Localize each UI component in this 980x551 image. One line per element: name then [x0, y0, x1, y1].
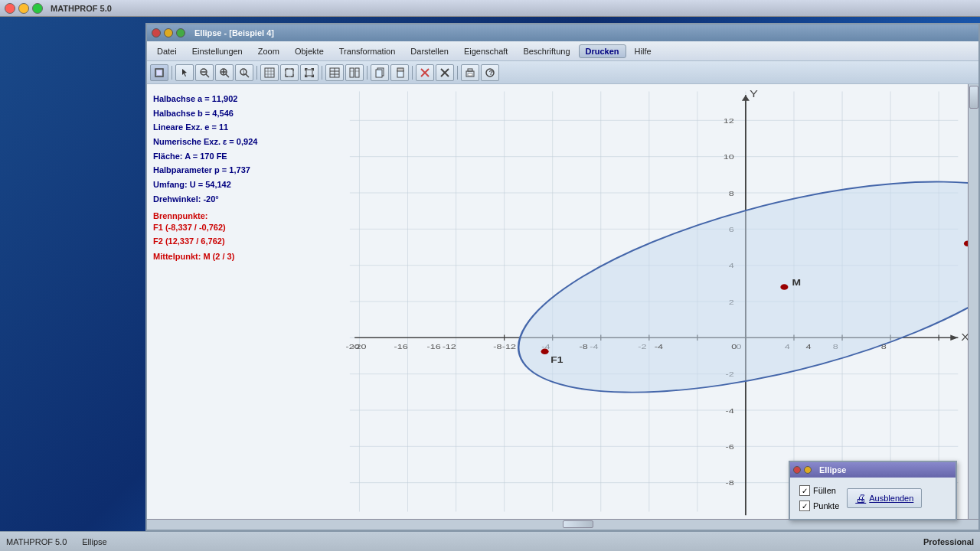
- menu-einstellungen[interactable]: Einstellungen: [185, 44, 250, 58]
- menu-datei[interactable]: Datei: [150, 44, 184, 58]
- graph-svg: X Y -20 -16 -12 -8 -4 0 4 8 -4 -2 12: [147, 84, 968, 519]
- menu-transformation[interactable]: Transformation: [332, 44, 403, 58]
- svg-text:?: ?: [489, 69, 494, 77]
- svg-text:-8: -8: [726, 479, 734, 487]
- menu-bar: Datei Einstellungen Zoom Objekte Transfo…: [147, 41, 978, 61]
- toolbar-btn-help[interactable]: ?: [481, 64, 499, 81]
- toolbar-btn-zoom-out[interactable]: [195, 64, 214, 81]
- svg-rect-24: [355, 68, 359, 77]
- svg-text:12: 12: [724, 117, 734, 125]
- svg-text:10: 10: [724, 153, 734, 161]
- toolbar-btn-close-x1[interactable]: [416, 64, 434, 81]
- menu-hilfe[interactable]: Hilfe: [628, 44, 658, 58]
- svg-text:-8: -8: [579, 343, 587, 350]
- svg-text:M: M: [792, 279, 801, 288]
- inner-close-button[interactable]: [152, 28, 161, 37]
- toolbar-btn-pointer[interactable]: [175, 64, 194, 81]
- svg-text:-16: -16: [394, 343, 408, 350]
- inner-min-button[interactable]: [164, 28, 173, 37]
- bottom-scroll-thumb[interactable]: [563, 520, 593, 528]
- menu-eigenschaft[interactable]: Eigenschaft: [457, 44, 514, 58]
- svg-text:-4: -4: [726, 406, 734, 414]
- inner-window-title: Ellipse - [Beispiel 4]: [194, 28, 274, 37]
- status-bar: MATHPROF 5.0 Ellipse Professional: [0, 531, 980, 551]
- inner-max-button[interactable]: [176, 28, 185, 37]
- dialog-content: ✓ Füllen ✓ Punkte 🖨 Ausblenden: [790, 478, 956, 519]
- toolbar-btn-expand[interactable]: [300, 64, 318, 81]
- toolbar-btn-table2[interactable]: [345, 64, 364, 81]
- dialog-min-button[interactable]: [804, 466, 812, 474]
- punkte-checkbox[interactable]: ✓: [799, 500, 810, 511]
- toolbar-btn-fit[interactable]: [280, 64, 299, 81]
- svg-rect-30: [397, 68, 403, 71]
- ausblenden-button[interactable]: 🖨 Ausblenden: [847, 488, 922, 508]
- svg-rect-37: [468, 73, 472, 76]
- outer-window-title: MATHPROF 5.0: [51, 4, 112, 13]
- toolbar-sep-4: [367, 66, 368, 80]
- svg-rect-1: [157, 70, 162, 75]
- toolbar-sep-1: [172, 66, 172, 80]
- svg-rect-12: [265, 68, 274, 77]
- menu-beschriftung[interactable]: Beschriftung: [516, 44, 577, 58]
- svg-line-8: [226, 74, 229, 77]
- menu-darstellen[interactable]: Darstellen: [403, 44, 456, 58]
- svg-line-4: [206, 74, 209, 77]
- svg-text:8: 8: [729, 189, 734, 197]
- inner-titlebar: Ellipse - [Beispiel 4]: [147, 24, 978, 41]
- toolbar-btn-zoom-reset[interactable]: 1: [235, 64, 253, 81]
- toolbar-btn-close-x2[interactable]: [436, 64, 454, 81]
- outer-close-button[interactable]: [5, 3, 15, 14]
- menu-drucken[interactable]: Drucken: [579, 44, 626, 58]
- menu-zoom[interactable]: Zoom: [251, 44, 286, 58]
- fuellen-label: Füllen: [813, 486, 836, 495]
- ausblenden-label: Ausblenden: [869, 494, 913, 503]
- svg-text:1: 1: [243, 70, 246, 75]
- toolbar-btn-zoom-in[interactable]: [215, 64, 234, 81]
- toolbar-sep-3: [322, 66, 322, 80]
- toolbar-btn-table[interactable]: [325, 64, 344, 81]
- punkte-label: Punkte: [813, 501, 839, 510]
- menu-objekte[interactable]: Objekte: [288, 44, 331, 58]
- svg-point-104: [541, 349, 549, 355]
- toolbar-btn-print[interactable]: [461, 64, 479, 81]
- svg-line-11: [246, 74, 249, 77]
- right-scrollbar[interactable]: [968, 84, 978, 519]
- main-window: Ellipse - [Beispiel 4] Datei Einstellung…: [145, 23, 980, 531]
- svg-rect-23: [350, 68, 354, 77]
- svg-rect-36: [468, 69, 472, 71]
- right-scrollbar-thumb[interactable]: [969, 86, 978, 109]
- svg-text:4: 4: [805, 343, 811, 350]
- graph-area[interactable]: Halbachse a = 11,902 Halbachse b = 4,546…: [147, 84, 968, 519]
- svg-text:-12: -12: [502, 343, 516, 350]
- svg-text:-16: -16: [426, 343, 440, 350]
- svg-point-102: [780, 284, 788, 290]
- ellipse-dialog: Ellipse ✓ Füllen ✓ Punkte 🖨 Ausblenden: [789, 461, 957, 520]
- dialog-close-button[interactable]: [793, 466, 801, 474]
- hide-icon: 🖨: [855, 492, 866, 504]
- svg-text:X: X: [961, 332, 968, 343]
- toolbar-sep-2: [256, 66, 257, 80]
- svg-text:F1: F1: [550, 356, 563, 365]
- toolbar-sep-5: [412, 66, 413, 80]
- svg-text:Y: Y: [750, 89, 758, 99]
- punkte-row: ✓ Punkte: [799, 500, 839, 511]
- svg-text:-6: -6: [726, 443, 734, 451]
- svg-rect-28: [376, 70, 382, 77]
- toolbar: 1: [147, 61, 978, 84]
- toolbar-btn-copy[interactable]: [371, 64, 389, 81]
- bottom-scrollbar[interactable]: [147, 519, 978, 530]
- toolbar-btn-grid[interactable]: [260, 64, 279, 81]
- toolbar-btn-paste[interactable]: [390, 64, 409, 81]
- svg-text:8: 8: [881, 343, 887, 350]
- content-area: Halbachse a = 11,902 Halbachse b = 4,546…: [147, 84, 978, 519]
- outer-max-button[interactable]: [32, 3, 43, 14]
- toolbar-sep-6: [457, 66, 458, 80]
- status-object: Ellipse: [82, 537, 106, 546]
- toolbar-btn-select[interactable]: [150, 64, 168, 81]
- dialog-title: Ellipse: [819, 465, 846, 474]
- status-edition: Professional: [923, 537, 974, 546]
- status-app-name: MATHPROF 5.0: [6, 537, 67, 546]
- outer-min-button[interactable]: [18, 3, 29, 14]
- dialog-titlebar: Ellipse: [790, 462, 956, 478]
- fuellen-checkbox[interactable]: ✓: [799, 485, 810, 496]
